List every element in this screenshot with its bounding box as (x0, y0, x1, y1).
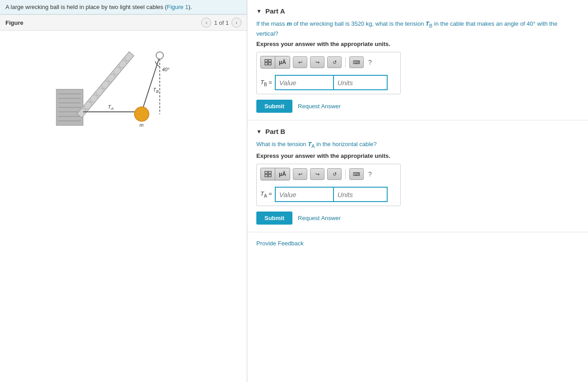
part-a-input-row: TB = (260, 75, 397, 90)
svg-rect-34 (265, 60, 268, 62)
svg-point-29 (134, 107, 149, 121)
problem-statement: A large wrecking ball is held in place b… (0, 0, 247, 14)
part-a-express: Express your answer with the appropriate… (256, 41, 579, 47)
nav-counter: 1 of 1 (214, 19, 229, 26)
part-a-matrix-btn[interactable] (261, 56, 275, 68)
figure-title: Figure (5, 19, 23, 26)
part-a-title: Part A (265, 7, 285, 15)
part-a-toolbar-sep (345, 57, 346, 67)
part-b-value-input[interactable] (275, 187, 333, 202)
part-a-arrow: ▼ (256, 8, 262, 14)
part-a-keyboard-btn[interactable]: ⌨ (349, 56, 364, 68)
part-a-format-group: μÄ (260, 56, 290, 69)
feedback-section: Provide Feedback (247, 232, 588, 254)
part-a-action-row: Submit Request Answer (256, 100, 579, 113)
part-b-section: ▼ Part B What is the tension TA in the h… (247, 120, 588, 232)
part-a-toolbar: μÄ ↩ ↪ ↺ ⌨ ? (260, 56, 397, 71)
part-b-label: TA = (260, 190, 272, 198)
part-a-question: If the mass m of the wrecking ball is 35… (256, 19, 579, 38)
part-b-question: What is the tension TA in the horizontal… (256, 140, 579, 150)
part-a-help-btn[interactable]: ? (366, 59, 374, 66)
part-b-express: Express your answer with the appropriate… (256, 152, 579, 159)
svg-rect-37 (269, 63, 271, 65)
figure-section: Figure ‹ 1 of 1 › (0, 14, 247, 139)
part-b-undo-btn[interactable]: ↩ (293, 168, 307, 180)
svg-rect-41 (269, 175, 271, 177)
svg-rect-36 (265, 63, 268, 65)
part-a-submit-button[interactable]: Submit (256, 100, 292, 113)
right-panel: ▼ Part A If the mass m of the wrecking b… (247, 0, 588, 382)
svg-rect-8 (77, 51, 134, 118)
part-a-units-input[interactable] (333, 75, 388, 90)
nav-prev-button[interactable]: ‹ (201, 18, 211, 28)
svg-line-27 (142, 59, 159, 112)
part-b-symbol-btn[interactable]: μÄ (275, 168, 290, 180)
figure-link[interactable]: Figure 1 (167, 4, 189, 10)
part-a-answer-box: μÄ ↩ ↪ ↺ ⌨ ? TB = (256, 52, 401, 94)
figure-header: Figure ‹ 1 of 1 › (0, 14, 247, 31)
part-a-symbol-btn[interactable]: μÄ (275, 56, 290, 68)
part-b-submit-button[interactable]: Submit (256, 212, 292, 225)
part-a-reset-btn[interactable]: ↺ (327, 56, 342, 68)
svg-rect-40 (265, 175, 268, 177)
part-b-input-row: TA = (260, 187, 397, 202)
part-b-title: Part B (265, 128, 285, 135)
left-panel: A large wrecking ball is held in place b… (0, 0, 247, 382)
part-b-toolbar: μÄ ↩ ↪ ↺ ⌨ ? (260, 168, 397, 183)
part-a-redo-btn[interactable]: ↪ (310, 56, 324, 68)
svg-point-25 (156, 52, 163, 59)
part-a-value-input[interactable] (275, 75, 333, 90)
part-b-request-answer-link[interactable]: Request Answer (298, 215, 341, 221)
part-b-redo-btn[interactable]: ↪ (310, 168, 324, 180)
svg-text:TB: TB (153, 87, 159, 94)
part-a-section: ▼ Part A If the mass m of the wrecking b… (247, 0, 588, 120)
part-b-keyboard-btn[interactable]: ⌨ (349, 168, 364, 180)
nav-next-button[interactable]: › (231, 18, 241, 28)
part-b-arrow: ▼ (256, 129, 262, 135)
svg-rect-35 (269, 60, 271, 62)
figure-nav: ‹ 1 of 1 › (201, 18, 241, 28)
part-b-units-input[interactable] (333, 187, 388, 202)
part-a-header[interactable]: ▼ Part A (256, 7, 579, 15)
part-b-header[interactable]: ▼ Part B (256, 128, 579, 135)
part-a-label: TB = (260, 79, 272, 87)
svg-rect-39 (269, 171, 271, 174)
svg-text:TA: TA (108, 104, 114, 111)
part-b-answer-box: μÄ ↩ ↪ ↺ ⌨ ? TA = (256, 164, 401, 206)
provide-feedback-link[interactable]: Provide Feedback (256, 240, 304, 247)
svg-rect-38 (265, 171, 268, 174)
part-b-reset-btn[interactable]: ↺ (327, 168, 342, 180)
svg-text:40°: 40° (162, 67, 170, 72)
figure-diagram: 40° TB TA m (56, 35, 191, 134)
svg-text:m: m (139, 122, 144, 128)
figure-content: 40° TB TA m (0, 31, 247, 139)
part-b-help-btn[interactable]: ? (366, 170, 374, 178)
part-b-action-row: Submit Request Answer (256, 212, 579, 225)
part-a-undo-btn[interactable]: ↩ (293, 56, 307, 68)
part-b-format-group: μÄ (260, 168, 290, 180)
part-a-request-answer-link[interactable]: Request Answer (298, 103, 341, 110)
part-b-toolbar-sep (345, 169, 346, 179)
part-b-matrix-btn[interactable] (261, 168, 275, 180)
